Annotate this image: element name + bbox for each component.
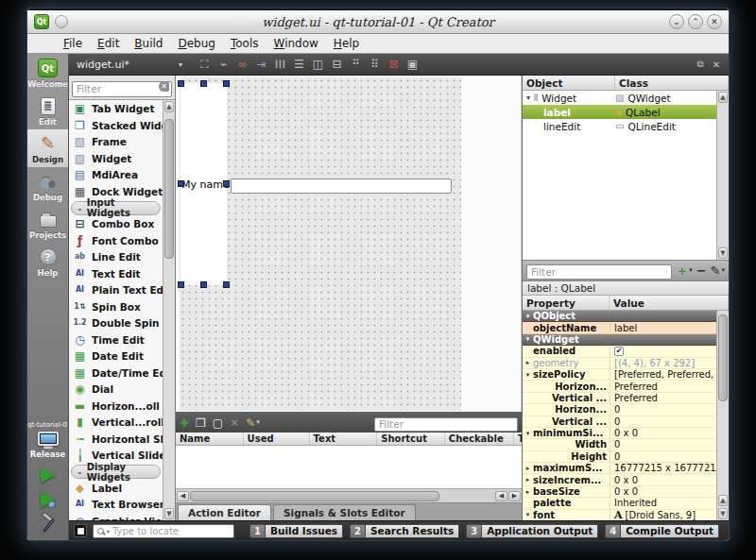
menu-item[interactable]: Help	[326, 35, 367, 52]
property-row[interactable]: ▾ QWidget	[523, 334, 716, 346]
property-row[interactable]: ▾ minimumSi... 0 x 0	[523, 428, 716, 439]
titlebar[interactable]: Qt widget.ui - qt-tutorial-01 - Qt Creat…	[27, 8, 729, 34]
selection-handle[interactable]	[178, 281, 184, 288]
property-column-header[interactable]: Property	[523, 296, 610, 310]
widget-list-item[interactable]: AIText Edit	[69, 265, 163, 282]
column-header[interactable]: To	[514, 433, 522, 445]
widget-list-item[interactable]: ▣Tab Widget	[69, 101, 163, 118]
scroll-up-icon[interactable]: ▲	[718, 495, 728, 506]
layout-grid-icon[interactable]: ⠿	[366, 56, 384, 74]
output-pane-button[interactable]: 4 Compile Output	[605, 524, 719, 538]
widget-list-item[interactable]: AIPlain Text Edit	[69, 282, 163, 299]
scroll-left-icon[interactable]: ◀	[495, 491, 507, 501]
property-row[interactable]: Vertical ... 0	[523, 416, 716, 428]
expander-icon[interactable]: ▾	[523, 511, 533, 518]
object-tree-row[interactable]: ▾ ⫴ Widget ▨ QWidget	[523, 91, 716, 105]
qlabel-widget[interactable]: My name is	[180, 83, 227, 285]
close-button[interactable]: ✕	[707, 14, 722, 29]
copy-action-icon[interactable]: ❐	[196, 417, 206, 429]
expander-icon[interactable]: ▸	[523, 465, 533, 472]
widget-list-item[interactable]: ▨Frame	[69, 134, 163, 151]
property-row[interactable]: ▾ sizePolicy [Preferred, Preferred, 0, 0…	[523, 369, 716, 381]
widget-list-item[interactable]: ⌄Input Widgets	[71, 201, 161, 215]
property-row[interactable]: Horizon... 0	[523, 404, 716, 416]
action-table-hscrollbar[interactable]: ◀ ◀ ▶	[176, 488, 522, 502]
property-row[interactable]: ▾ QObject	[523, 311, 716, 322]
expander-icon[interactable]: ▾	[523, 93, 534, 102]
locator-field[interactable]: ▾ Type to locate	[93, 524, 234, 538]
action-filter-input[interactable]	[374, 417, 518, 432]
paste-action-icon[interactable]: ▢	[213, 417, 223, 429]
remove-dynamic-property-button[interactable]: −	[696, 264, 707, 277]
widget-list-item[interactable]: ▦Date/Time Edit	[69, 365, 163, 382]
object-tree-row[interactable]: lineEdit ▭ QLineEdit	[523, 119, 716, 133]
widget-list-item[interactable]: AIText Browser	[69, 497, 163, 514]
float-pane-icon[interactable]: ⧉	[693, 57, 708, 72]
scroll-down-icon[interactable]: ▼	[164, 508, 174, 519]
configure-property-editor-button[interactable]: ✎ ▾	[711, 264, 725, 277]
widget-list-item[interactable]: ƒFont Combo Box	[69, 232, 163, 249]
widget-list-item[interactable]: ◉Dial	[69, 382, 163, 399]
scroll-thumb[interactable]	[164, 119, 174, 259]
column-header[interactable]: Shortcut	[377, 433, 445, 445]
property-filter-input[interactable]	[526, 264, 672, 280]
output-pane-button[interactable]: 2 Search Results	[350, 524, 459, 538]
new-action-icon[interactable]: ✚	[180, 417, 189, 429]
object-tree-row[interactable]: label ⬥ QLabel	[523, 105, 716, 119]
widget-list-item[interactable]: ▮Vertical...roll Bar	[69, 415, 163, 432]
widget-list-item[interactable]: ◍Graphics View	[69, 513, 163, 520]
layout-horizontally-icon[interactable]: ☰	[271, 56, 289, 74]
mode-item[interactable]: Qt Welcome	[27, 54, 68, 92]
open-document-selector[interactable]: widget.ui* ▾	[74, 57, 185, 73]
minimize-button[interactable]: ⌄	[669, 14, 684, 29]
column-header[interactable]: Text	[310, 433, 378, 445]
target-selector[interactable]: Release	[27, 431, 68, 463]
property-row[interactable]: ▾ font A [Droid Sans, 9]	[523, 510, 716, 520]
property-row[interactable]: ▸ sizeIncrem... 0 x 0	[523, 474, 716, 485]
selection-handle[interactable]	[223, 281, 230, 288]
class-column-header[interactable]: Class	[615, 76, 729, 90]
scroll-thumb[interactable]	[718, 314, 728, 401]
widget-list-item[interactable]: 1⇅Spin Box	[69, 298, 163, 315]
mode-item[interactable]: ≣ Edit	[27, 92, 68, 129]
selection-handle[interactable]	[200, 281, 207, 288]
clear-filter-icon[interactable]: ✕	[159, 81, 169, 92]
property-row[interactable]: ▸ baseSize 0 x 0	[523, 486, 716, 498]
output-pane-button[interactable]: 1 Build Issues	[249, 524, 343, 538]
widget-list-item[interactable]: ⌄Display Widgets	[71, 465, 161, 479]
mode-item[interactable]: Projects	[27, 205, 68, 243]
widget-list-item[interactable]: ▤MdiArea	[69, 167, 163, 184]
layout-vertically-icon[interactable]: ☰	[290, 56, 308, 74]
menu-item[interactable]: Build	[127, 35, 170, 52]
menu-item[interactable]: Tools	[223, 35, 266, 52]
expander-icon[interactable]: ▸	[523, 359, 533, 366]
property-row[interactable]: Horizon... Preferred	[523, 381, 716, 392]
column-header[interactable]: Checkable	[445, 433, 514, 445]
menu-item[interactable]: Edit	[90, 35, 127, 52]
selection-handle[interactable]	[200, 80, 207, 87]
bottom-tab[interactable]: Action Editor	[178, 504, 271, 520]
layout-split-vertical-icon[interactable]: ⊟	[328, 56, 346, 74]
expander-icon[interactable]: ▸	[523, 476, 533, 484]
adjust-size-icon[interactable]: ▣	[404, 56, 421, 74]
bottom-tab[interactable]: Signals & Slots Editor	[273, 504, 416, 520]
property-row[interactable]: Vertical ... Preferred	[523, 393, 716, 404]
widget-list-item[interactable]: ⬥Label	[69, 480, 163, 497]
menu-item[interactable]: File	[56, 35, 90, 52]
widget-list-item[interactable]: ◷Time Edit	[69, 331, 163, 348]
expander-icon[interactable]: ▾	[523, 371, 533, 379]
expander-icon[interactable]: ▾	[523, 335, 533, 343]
scroll-up-icon[interactable]: ▲	[164, 101, 174, 112]
property-editor-scrollbar[interactable]: ▲ ▼	[716, 311, 729, 520]
maximize-button[interactable]: ⌃	[688, 14, 703, 29]
output-pane-toggle-button[interactable]	[74, 524, 87, 537]
widgetbox-scrollbar[interactable]: ▲ ▼	[163, 100, 175, 521]
property-row[interactable]: objectName label	[523, 322, 716, 333]
edit-buddies-icon[interactable]: ∞	[233, 56, 251, 74]
expander-icon[interactable]: ▾	[523, 313, 533, 320]
widget-list-item[interactable]: ▬Horizon...oll Bar	[69, 398, 163, 415]
layout-split-horizontal-icon[interactable]: ◫	[309, 56, 327, 74]
action-table-body[interactable]	[176, 446, 522, 488]
window-menu-button[interactable]	[55, 15, 68, 28]
widget-list-item[interactable]: ╼Horizontal Slider	[69, 431, 163, 448]
